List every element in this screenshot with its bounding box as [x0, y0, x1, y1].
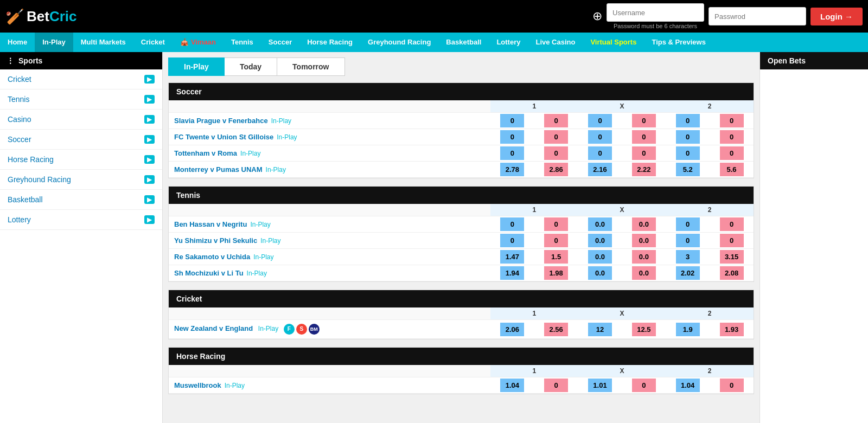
brand-logo[interactable]: 🏏 BetCric — [5, 8, 76, 25]
odds-lay-x[interactable]: 0.0 — [632, 266, 656, 280]
odds-back-1[interactable]: 0 — [500, 146, 524, 160]
match-name[interactable]: New Zealand v England — [174, 324, 253, 332]
odds-back-x[interactable]: 0 — [588, 146, 612, 160]
match-name[interactable]: Re Sakamoto v Uchida — [174, 253, 250, 261]
match-name[interactable]: Sh Mochizuki v Li Tu — [174, 269, 244, 277]
nav-greyhound[interactable]: Greyhound Racing — [360, 33, 438, 52]
odds-lay-2[interactable]: 0 — [720, 130, 744, 144]
match-name[interactable]: Ben Hassan v Negritu — [174, 220, 247, 228]
nav-inplay[interactable]: In-Play — [35, 33, 73, 52]
nav-basketball[interactable]: Basketball — [438, 33, 489, 52]
odds-back-1[interactable]: 0 — [500, 234, 524, 247]
odds-back-2[interactable]: 1.04 — [676, 379, 700, 392]
odds-lay-1[interactable]: 0 — [544, 130, 568, 144]
tab-today[interactable]: Today — [225, 57, 277, 76]
match-name[interactable]: Tottenham v Roma — [174, 149, 237, 157]
odds-back-2[interactable]: 5.2 — [676, 163, 700, 176]
nav-soccer[interactable]: Soccer — [261, 33, 299, 52]
odds-back-x[interactable]: 0 — [588, 130, 612, 144]
odds-back-1[interactable]: 1.04 — [500, 379, 524, 392]
odds-lay-2[interactable]: 1.93 — [720, 323, 744, 336]
odds-lay-2[interactable]: 0 — [720, 217, 744, 231]
odds-back-1[interactable]: 2.06 — [500, 323, 524, 336]
odds-back-x[interactable]: 0.0 — [588, 250, 612, 264]
sidebar-item-basketball[interactable]: Basketball ▶ — [0, 190, 162, 210]
tab-inplay[interactable]: In-Play — [168, 57, 225, 76]
sidebar-item-tennis[interactable]: Tennis ▶ — [0, 89, 162, 110]
search-icon[interactable]: ⊕ — [592, 9, 602, 23]
odds-back-x[interactable]: 12 — [588, 323, 612, 336]
odds-lay-2[interactable]: 0 — [720, 379, 744, 392]
odds-lay-1[interactable]: 2.86 — [544, 163, 568, 176]
nav-tips[interactable]: Tips & Previews — [644, 33, 713, 52]
password-input[interactable] — [709, 7, 806, 25]
odds-lay-2[interactable]: 0 — [720, 146, 744, 160]
match-name[interactable]: Monterrey v Pumas UNAM — [174, 165, 263, 174]
sidebar-item-lottery[interactable]: Lottery ▶ — [0, 210, 162, 230]
odds-lay-2[interactable]: 5.6 — [720, 163, 744, 176]
nav-virtualsports[interactable]: Virtual Sports — [583, 33, 644, 52]
odds-back-x[interactable]: 2.16 — [588, 163, 612, 176]
odds-back-2[interactable]: 0 — [676, 114, 700, 127]
odds-back-2[interactable]: 3 — [676, 250, 700, 264]
match-name[interactable]: Yu Shimizu v Phi Sekulic — [174, 236, 257, 245]
odds-lay-2[interactable]: 0 — [720, 234, 744, 247]
odds-back-2[interactable]: 0 — [676, 234, 700, 247]
odds-lay-x[interactable]: 0.0 — [632, 217, 656, 231]
odds-back-x[interactable]: 0.0 — [588, 234, 612, 247]
nav-vimaan[interactable]: 🎪 Vimaan — [173, 33, 224, 52]
match-name[interactable]: FC Twente v Union St Gilloise — [174, 133, 273, 141]
odds-lay-1[interactable]: 0 — [544, 146, 568, 160]
odds-lay-x[interactable]: 0.0 — [632, 234, 656, 247]
username-input[interactable] — [607, 3, 704, 22]
odds-lay-1[interactable]: 0 — [544, 217, 568, 231]
odds-lay-1[interactable]: 0 — [544, 234, 568, 247]
odds-back-x[interactable]: 1.01 — [588, 379, 612, 392]
odds-back-1[interactable]: 0 — [500, 217, 524, 231]
nav-lottery[interactable]: Lottery — [489, 33, 528, 52]
odds-lay-x[interactable]: 0.0 — [632, 250, 656, 264]
odds-lay-x[interactable]: 0 — [632, 146, 656, 160]
match-name[interactable]: Muswellbrook — [174, 381, 221, 389]
sidebar-item-soccer[interactable]: Soccer ▶ — [0, 130, 162, 150]
odds-back-1[interactable]: 0 — [500, 114, 524, 127]
sidebar-item-casino[interactable]: Casino ▶ — [0, 110, 162, 130]
nav-horseracing[interactable]: Horse Racing — [299, 33, 360, 52]
odds-back-1[interactable]: 0 — [500, 130, 524, 144]
nav-home[interactable]: Home — [0, 33, 35, 52]
nav-livecasino[interactable]: Live Casino — [528, 33, 583, 52]
sidebar-item-greyhound[interactable]: Greyhound Racing ▶ — [0, 170, 162, 190]
odds-back-2[interactable]: 1.9 — [676, 323, 700, 336]
odds-lay-1[interactable]: 2.56 — [544, 323, 568, 336]
match-name[interactable]: Slavia Prague v Fenerbahce — [174, 117, 268, 125]
odds-back-2[interactable]: 0 — [676, 130, 700, 144]
odds-back-x[interactable]: 0.0 — [588, 266, 612, 280]
odds-lay-x[interactable]: 0 — [632, 379, 656, 392]
sidebar-item-horseracing[interactable]: Horse Racing ▶ — [0, 150, 162, 170]
login-button[interactable]: Login → — [810, 8, 863, 25]
odds-lay-x[interactable]: 0 — [632, 130, 656, 144]
odds-back-1[interactable]: 1.47 — [500, 250, 524, 264]
odds-back-2[interactable]: 0 — [676, 146, 700, 160]
tab-tomorrow[interactable]: Tomorrow — [277, 57, 344, 76]
odds-lay-2[interactable]: 3.15 — [720, 250, 744, 264]
odds-back-2[interactable]: 2.02 — [676, 266, 700, 280]
odds-back-1[interactable]: 1.94 — [500, 266, 524, 280]
odds-lay-1[interactable]: 1.98 — [544, 266, 568, 280]
nav-cricket[interactable]: Cricket — [133, 33, 173, 52]
nav-multimarkets[interactable]: Multi Markets — [73, 33, 133, 52]
odds-lay-1[interactable]: 0 — [544, 114, 568, 127]
odds-back-1[interactable]: 2.78 — [500, 163, 524, 176]
odds-back-x[interactable]: 0.0 — [588, 217, 612, 231]
odds-lay-1[interactable]: 1.5 — [544, 250, 568, 264]
odds-lay-x[interactable]: 0 — [632, 114, 656, 127]
odds-lay-2[interactable]: 2.08 — [720, 266, 744, 280]
nav-tennis[interactable]: Tennis — [224, 33, 261, 52]
odds-back-2[interactable]: 0 — [676, 217, 700, 231]
odds-lay-2[interactable]: 0 — [720, 114, 744, 127]
odds-lay-x[interactable]: 12.5 — [632, 323, 656, 336]
sidebar-item-cricket[interactable]: Cricket ▶ — [0, 69, 162, 89]
odds-lay-1[interactable]: 0 — [544, 379, 568, 392]
odds-lay-x[interactable]: 2.22 — [632, 163, 656, 176]
odds-back-x[interactable]: 0 — [588, 114, 612, 127]
